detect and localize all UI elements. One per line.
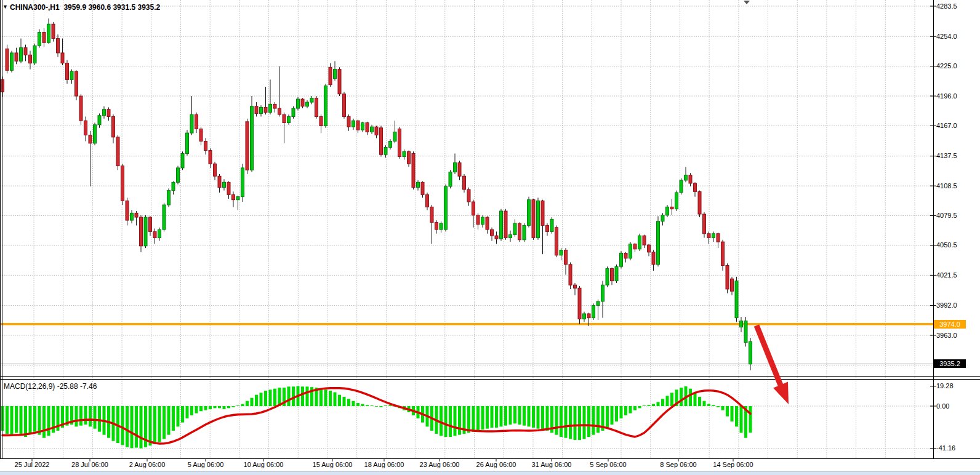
macd-histogram-bar [587, 406, 590, 437]
macd-histogram-bar [546, 406, 549, 431]
macd-histogram-bar [717, 406, 720, 407]
bear-candle [112, 116, 115, 137]
bear-candle [587, 314, 590, 318]
bear-candle [435, 222, 438, 230]
macd-histogram-bar [721, 406, 725, 410]
macd-indicator-label: MACD(12,26,9) -25.88 -7.46 [4, 382, 97, 391]
macd-histogram-bar [749, 406, 752, 433]
bear-candle [633, 244, 637, 249]
bull-candle [560, 250, 563, 255]
macd-histogram-bar [541, 406, 544, 429]
chart-canvas[interactable] [0, 0, 980, 475]
macd-histogram-bar [347, 399, 350, 406]
macd-histogram-bar [153, 406, 156, 444]
bull-candle [241, 168, 244, 197]
chart-title: CHINA300-,H1 3959.9 3960.6 3931.5 3935.2 [10, 3, 160, 12]
bull-candle [103, 110, 106, 116]
macd-histogram-bar [209, 406, 212, 409]
macd-histogram-bar [615, 406, 618, 421]
bull-candle [181, 154, 184, 168]
bull-candle [186, 133, 189, 153]
bull-candle [324, 86, 327, 126]
bull-candle [361, 122, 364, 130]
bull-candle [638, 236, 641, 249]
bull-candle [47, 24, 50, 42]
macd-histogram-bar [301, 386, 304, 406]
bull-candle [33, 46, 36, 63]
macd-histogram-bar [273, 389, 276, 406]
bull-candle [583, 314, 586, 319]
macd-histogram-bar [596, 406, 600, 433]
macd-histogram-bar [94, 406, 97, 429]
bull-candle [306, 102, 309, 106]
macd-histogram-bar [177, 406, 180, 426]
macd-histogram-bar [190, 406, 193, 415]
macd-histogram-bar [380, 406, 383, 407]
bear-candle [652, 252, 655, 265]
macd-histogram-bar [6, 406, 9, 434]
bear-candle [574, 285, 577, 288]
bear-candle [458, 163, 461, 177]
macd-histogram-bar [20, 406, 23, 435]
macd-histogram-bar [241, 404, 244, 406]
bear-candle [731, 279, 734, 291]
bear-candle [495, 236, 498, 239]
macd-histogram-bar [29, 406, 32, 434]
bull-candle [500, 211, 503, 239]
bull-candle [528, 200, 531, 226]
macd-histogram-bar [569, 406, 572, 439]
bull-candle [287, 116, 291, 122]
macd-histogram-bar [513, 406, 516, 423]
bear-candle [698, 191, 701, 214]
macd-histogram-bar [172, 406, 175, 431]
bull-candle [680, 180, 683, 193]
price-axis-label: 4225.0 [936, 62, 979, 70]
bear-candle [214, 164, 217, 176]
bull-candle [10, 53, 14, 70]
bear-candle [541, 201, 544, 225]
macd-histogram-bar [467, 406, 470, 433]
bear-candle [315, 98, 318, 116]
macd-histogram-bar [167, 406, 171, 435]
bull-candle [94, 125, 97, 143]
macd-histogram-bar [246, 401, 249, 406]
bear-candle [278, 108, 281, 114]
bull-candle [629, 244, 632, 258]
macd-histogram-bar [528, 406, 531, 426]
macd-histogram-bar [236, 405, 239, 406]
macd-histogram-bar [740, 406, 743, 433]
macd-histogram-bar [555, 406, 558, 435]
bull-candle [449, 172, 452, 186]
macd-histogram-bar [652, 404, 655, 406]
bear-candle [273, 104, 276, 108]
bull-candle [440, 223, 443, 230]
macd-histogram-bar [343, 397, 346, 406]
bear-candle [670, 207, 673, 209]
bear-candle [52, 24, 55, 38]
time-axis-label: 10 Aug 06:00 [227, 461, 300, 468]
bear-candle [84, 121, 87, 135]
down-arrow-head[interactable] [773, 382, 789, 404]
macd-histogram-bar [698, 397, 701, 406]
bear-candle [319, 116, 323, 126]
macd-histogram-bar [338, 395, 341, 406]
bear-candle [486, 217, 489, 230]
macd-histogram-bar [703, 401, 706, 406]
bull-candle [38, 33, 41, 46]
bear-candle [546, 225, 549, 231]
macd-histogram-bar [518, 406, 521, 425]
macd-histogram-bar [251, 398, 254, 406]
bear-candle [42, 33, 46, 43]
bear-candle [338, 70, 341, 94]
symbol-dropdown-icon[interactable]: ▼ [2, 4, 8, 10]
macd-histogram-bar [481, 406, 484, 429]
price-axis-label: 4050.5 [936, 241, 979, 249]
macd-histogram-bar [495, 406, 498, 428]
bear-candle [209, 151, 212, 164]
macd-histogram-bar [33, 406, 36, 432]
macd-histogram-bar [583, 406, 586, 439]
time-axis-label: 14 Sep 06:00 [696, 461, 770, 468]
macd-histogram-bar [255, 395, 258, 406]
bear-candle [564, 250, 568, 264]
bull-candle [20, 48, 23, 62]
